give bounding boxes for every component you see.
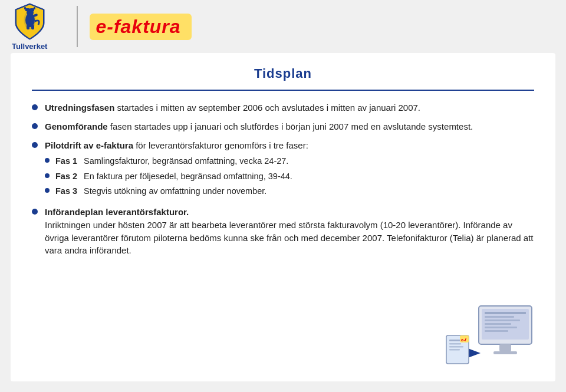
bold-text: Utredningsfasen [45, 103, 114, 113]
fas-label: Fas 3 [55, 185, 84, 197]
bullet-text: Införandeplan leverantörsfakturor. Inrik… [45, 206, 534, 257]
bullet-icon [32, 209, 38, 215]
bullet-icon [32, 123, 38, 129]
sub-list-item: Fas 3 Stegvis utökning av omfattning und… [45, 185, 308, 197]
illustration: e-f [443, 303, 544, 375]
slide: Tullverket e-faktura Tidsplan Utrednings… [0, 0, 566, 392]
header-divider [77, 6, 78, 47]
fas-label: Fas 1 [55, 155, 84, 167]
svg-rect-19 [499, 344, 511, 351]
main-content: Tidsplan Utredningsfasen startades i mit… [11, 53, 555, 381]
tullverket-label: Tullverket [12, 42, 47, 51]
svg-rect-17 [485, 327, 517, 328]
rest-text: startades i mitten av september 2006 och… [117, 103, 420, 113]
bullet-icon [32, 142, 38, 148]
svg-point-10 [28, 6, 31, 9]
rest-text: fasen startades upp i januari och slutfö… [110, 121, 473, 131]
svg-rect-15 [485, 319, 520, 321]
bullet-text: Genomförande fasen startades upp i janua… [45, 120, 473, 133]
svg-rect-13 [485, 312, 526, 314]
list-item: Genomförande fasen startades upp i janua… [32, 120, 534, 133]
svg-rect-18 [485, 330, 508, 332]
svg-rect-16 [485, 323, 511, 325]
svg-rect-2 [24, 7, 26, 9]
fas-text: Samlingsfakturor, begränsad omfattning, … [84, 155, 308, 167]
list-item: Pilotdrift av e-faktura för leverantörsf… [32, 139, 534, 200]
tullverket-shield-icon [14, 2, 46, 41]
svg-rect-23 [449, 343, 461, 345]
efaktura-label: e-faktura [90, 14, 191, 40]
bold-text: Pilotdrift av e-faktura [45, 140, 133, 150]
fas-label: Fas 2 [55, 170, 84, 182]
svg-rect-20 [493, 351, 517, 354]
sub-bullet-icon [45, 158, 50, 163]
tullverket-logo: Tullverket [12, 2, 47, 51]
inforandeplan-text: Inriktningen under hösten 2007 är att be… [45, 220, 534, 256]
sub-list: Fas 1 Samlingsfakturor, begränsad omfatt… [45, 155, 308, 197]
svg-rect-9 [31, 25, 34, 29]
sub-bullet-icon [45, 173, 50, 178]
fas-text: En faktura per följesedel, begränsad omf… [84, 170, 308, 182]
svg-text:e-f: e-f [461, 338, 466, 342]
title-divider [32, 90, 534, 91]
bold-text: Genomförande [45, 121, 108, 131]
svg-point-6 [27, 9, 34, 16]
sub-list-item: Fas 2 En faktura per följesedel, begräns… [45, 170, 308, 182]
svg-rect-14 [485, 316, 514, 318]
bullet-list: Utredningsfasen startades i mitten av se… [32, 101, 534, 263]
page-title: Tidsplan [32, 66, 534, 81]
bullet-text: Pilotdrift av e-faktura för leverantörsf… [45, 139, 308, 200]
sub-bullet-icon [45, 188, 50, 193]
svg-rect-4 [34, 7, 35, 9]
computer-illustration: e-f [443, 303, 544, 374]
svg-rect-8 [27, 25, 29, 29]
efaktura-logo: e-faktura [90, 14, 191, 40]
bold-text: Införandeplan leverantörsfakturor. [45, 207, 189, 217]
rest-text: för leverantörsfakturor genomförs i tre … [136, 140, 308, 150]
svg-rect-25 [449, 349, 460, 351]
header: Tullverket e-faktura [0, 0, 566, 53]
list-item: Utredningsfasen startades i mitten av se… [32, 101, 534, 114]
fas-text: Stegvis utökning av omfattning under nov… [84, 185, 308, 197]
sub-list-item: Fas 1 Samlingsfakturor, begränsad omfatt… [45, 155, 308, 167]
list-item: Införandeplan leverantörsfakturor. Inrik… [32, 206, 534, 257]
bullet-icon [32, 104, 38, 110]
svg-rect-24 [449, 346, 463, 348]
bullet-text: Utredningsfasen startades i mitten av se… [45, 101, 420, 114]
